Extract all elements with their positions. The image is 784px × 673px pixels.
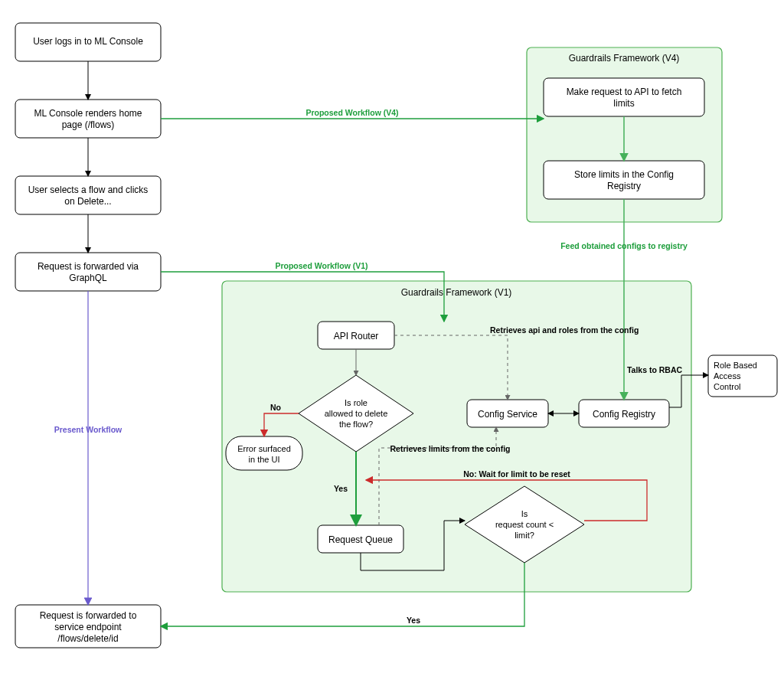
- node-select: User selects a flow and clicks on Delete…: [15, 176, 161, 214]
- svg-text:User selects a flow and clicks: User selects a flow and clicks: [28, 185, 149, 195]
- svg-text:the flow?: the flow?: [339, 420, 373, 429]
- node-login: User logs in to ML Console: [15, 23, 161, 61]
- node-api-fetch: Make request to API to fetch limits: [544, 78, 704, 116]
- svg-text:Access: Access: [714, 371, 741, 381]
- label-no-wait: No: Wait for limit to be reset: [463, 469, 570, 479]
- svg-text:on Delete...: on Delete...: [64, 196, 111, 207]
- svg-text:service endpoint: service endpoint: [54, 622, 122, 632]
- svg-text:Role Based: Role Based: [714, 361, 757, 370]
- node-endpoint: Request is forwarded to service endpoint…: [15, 605, 161, 648]
- svg-text:request count <: request count <: [495, 520, 554, 529]
- node-rbac: Role Based Access Control: [708, 355, 777, 397]
- node-graphql: Request is forwarded via GraphQL: [15, 253, 161, 291]
- svg-text:Is role: Is role: [345, 398, 368, 407]
- svg-text:GraphQL: GraphQL: [69, 273, 107, 283]
- label-yes-down: Yes: [334, 484, 348, 493]
- label-present-workflow: Present Workflow: [54, 425, 122, 434]
- svg-text:Make request to API to fetch: Make request to API to fetch: [567, 87, 682, 97]
- label-no: No: [270, 403, 281, 412]
- svg-text:Request is forwarded via: Request is forwarded via: [38, 261, 139, 272]
- node-request-queue: Request Queue: [318, 525, 403, 553]
- label-retr-limits: Retrieves limits from the config: [390, 444, 511, 453]
- svg-text:User logs in to ML Console: User logs in to ML Console: [33, 36, 143, 47]
- node-store-limits: Store limits in the Config Registry: [544, 161, 704, 199]
- svg-text:ML Console renders home: ML Console renders home: [34, 108, 142, 119]
- label-yes-final: Yes: [407, 616, 420, 625]
- label-talks-rbac: Talks to RBAC: [627, 365, 683, 374]
- svg-text:Is: Is: [521, 509, 528, 518]
- svg-text:Request Queue: Request Queue: [328, 534, 393, 545]
- container-v1-title: Guardrails Framework (V1): [401, 287, 512, 298]
- node-config-service: Config Service: [467, 400, 548, 427]
- svg-rect-29: [226, 436, 302, 470]
- label-proposed-v1: Proposed Workflow (V1): [275, 261, 368, 270]
- svg-text:in the UI: in the UI: [249, 455, 280, 464]
- label-feed: Feed obtained configs to registry: [560, 241, 688, 250]
- label-retr-api: Retrieves api and roles from the config: [490, 325, 639, 335]
- svg-text:Config Service: Config Service: [478, 409, 537, 420]
- svg-text:Registry: Registry: [607, 181, 641, 191]
- svg-text:page (/flows): page (/flows): [62, 119, 115, 130]
- svg-text:Error surfaced: Error surfaced: [237, 444, 291, 453]
- svg-text:Request is forwarded to: Request is forwarded to: [40, 610, 137, 621]
- svg-text:Config Registry: Config Registry: [593, 409, 655, 420]
- svg-text:Control: Control: [714, 382, 740, 391]
- svg-text:API Router: API Router: [334, 331, 379, 341]
- svg-text:allowed to delete: allowed to delete: [325, 409, 388, 418]
- svg-text:/flows/delete/id: /flows/delete/id: [57, 633, 118, 644]
- svg-text:Store limits in the Config: Store limits in the Config: [574, 169, 674, 180]
- node-api-router: API Router: [318, 322, 394, 349]
- label-proposed-v4: Proposed Workflow (V4): [305, 108, 398, 117]
- node-error-ui: Error surfaced in the UI: [226, 436, 302, 470]
- svg-text:limits: limits: [613, 98, 634, 109]
- node-config-registry: Config Registry: [579, 400, 669, 427]
- container-v4-title: Guardrails Framework (V4): [569, 53, 680, 64]
- flowchart-canvas: Guardrails Framework (V4) Guardrails Fra…: [0, 0, 784, 673]
- svg-text:limit?: limit?: [514, 531, 534, 540]
- node-home: ML Console renders home page (/flows): [15, 100, 161, 138]
